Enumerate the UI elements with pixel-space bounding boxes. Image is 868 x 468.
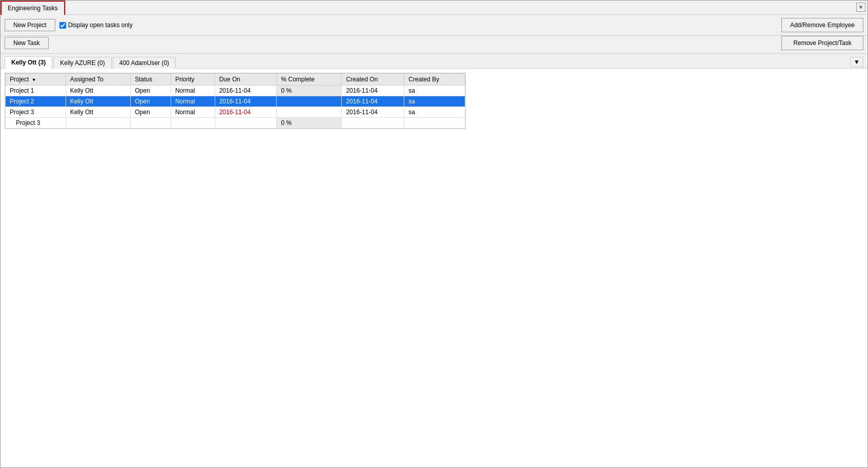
- col-header-created-by[interactable]: Created By: [404, 74, 465, 86]
- cell-percent-complete: [277, 96, 342, 107]
- new-task-button[interactable]: New Task: [5, 37, 49, 49]
- window-title-tab: Engineering Tasks: [1, 1, 65, 15]
- cell-status: Open: [131, 107, 171, 118]
- col-header-priority[interactable]: Priority: [171, 74, 215, 86]
- cell-project: Project 2: [6, 96, 66, 107]
- toolbar-row2-right: Remove Project/Task: [781, 36, 863, 50]
- tab-400-adamuser[interactable]: 400 AdamUser (0): [113, 57, 176, 69]
- new-project-button[interactable]: New Project: [5, 19, 55, 31]
- cell-due-on: 2016-11-04: [215, 96, 277, 107]
- tab-kelly-azure[interactable]: Kelly AZURE (0): [53, 57, 111, 69]
- add-remove-employee-button[interactable]: Add/Remove Employee: [781, 18, 863, 32]
- cell-priority: [171, 118, 215, 129]
- table-row[interactable]: Project 2Kelly OttOpenNormal2016-11-0420…: [6, 96, 465, 107]
- cell-created-on: 2016-11-04: [342, 96, 404, 107]
- cell-created-by: sa: [404, 86, 465, 96]
- cell-assigned-to: Kelly Ott: [66, 96, 131, 107]
- display-open-checkbox-label[interactable]: Display open tasks only: [59, 22, 133, 29]
- remove-project-task-button[interactable]: Remove Project/Task: [781, 36, 863, 50]
- toolbar-row-1: New Project Display open tasks only Add/…: [1, 15, 867, 36]
- cell-priority: Normal: [171, 86, 215, 96]
- table-body: Project 1Kelly OttOpenNormal2016-11-040 …: [6, 86, 465, 129]
- table-header-row: Project ▼ Assigned To Status Priority: [6, 74, 465, 86]
- cell-percent-complete: 0 %: [277, 86, 342, 96]
- col-header-due-on[interactable]: Due On: [215, 74, 277, 86]
- cell-status: [131, 118, 171, 129]
- cell-created-by: sa: [404, 107, 465, 118]
- cell-due-on: 2016-11-04: [215, 86, 277, 96]
- sort-icon: ▼: [32, 77, 36, 82]
- cell-status: Open: [131, 86, 171, 96]
- col-header-percent-complete[interactable]: % Complete: [277, 74, 342, 86]
- display-open-label: Display open tasks only: [68, 22, 133, 29]
- tabs-row: Kelly Ott (3) Kelly AZURE (0) 400 AdamUs…: [1, 54, 867, 69]
- col-header-status[interactable]: Status: [131, 74, 171, 86]
- title-bar: Engineering Tasks ×: [1, 1, 867, 15]
- cell-assigned-to: Kelly Ott: [66, 107, 131, 118]
- close-button[interactable]: ×: [856, 3, 865, 12]
- cell-due-on: 2016-11-04: [215, 107, 277, 118]
- col-header-created-on[interactable]: Created On: [342, 74, 404, 86]
- cell-priority: Normal: [171, 96, 215, 107]
- tab-kelly-ott[interactable]: Kelly Ott (3): [5, 56, 52, 69]
- toolbar-right-buttons: Add/Remove Employee: [781, 18, 863, 32]
- display-open-checkbox[interactable]: [59, 22, 66, 29]
- content-area: Project ▼ Assigned To Status Priority: [1, 69, 867, 467]
- table-row[interactable]: Project 30 %: [6, 118, 465, 129]
- task-table: Project ▼ Assigned To Status Priority: [5, 73, 465, 129]
- cell-created-on: [342, 118, 404, 129]
- cell-project: Project 3: [6, 118, 66, 129]
- cell-assigned-to: [66, 118, 131, 129]
- cell-due-on: [215, 118, 277, 129]
- main-window: Engineering Tasks × New Project Display …: [0, 0, 868, 468]
- cell-assigned-to: Kelly Ott: [66, 86, 131, 96]
- cell-priority: Normal: [171, 107, 215, 118]
- cell-created-on: 2016-11-04: [342, 86, 404, 96]
- cell-percent-complete: [277, 107, 342, 118]
- cell-project: Project 1: [6, 86, 66, 96]
- table-row[interactable]: Project 1Kelly OttOpenNormal2016-11-040 …: [6, 86, 465, 96]
- cell-status: Open: [131, 96, 171, 107]
- col-header-project[interactable]: Project ▼: [6, 74, 66, 86]
- cell-percent-complete: 0 %: [277, 118, 342, 129]
- toolbar-row-2: New Task Remove Project/Task: [1, 36, 867, 54]
- table-row[interactable]: Project 3Kelly OttOpenNormal2016-11-0420…: [6, 107, 465, 118]
- cell-created-on: 2016-11-04: [342, 107, 404, 118]
- col-header-assigned-to[interactable]: Assigned To: [66, 74, 131, 86]
- task-grid: Project ▼ Assigned To Status Priority: [5, 73, 466, 129]
- tab-dropdown-button[interactable]: ▼: [850, 57, 863, 67]
- cell-created-by: [404, 118, 465, 129]
- cell-project: Project 3: [6, 107, 66, 118]
- cell-created-by: sa: [404, 96, 465, 107]
